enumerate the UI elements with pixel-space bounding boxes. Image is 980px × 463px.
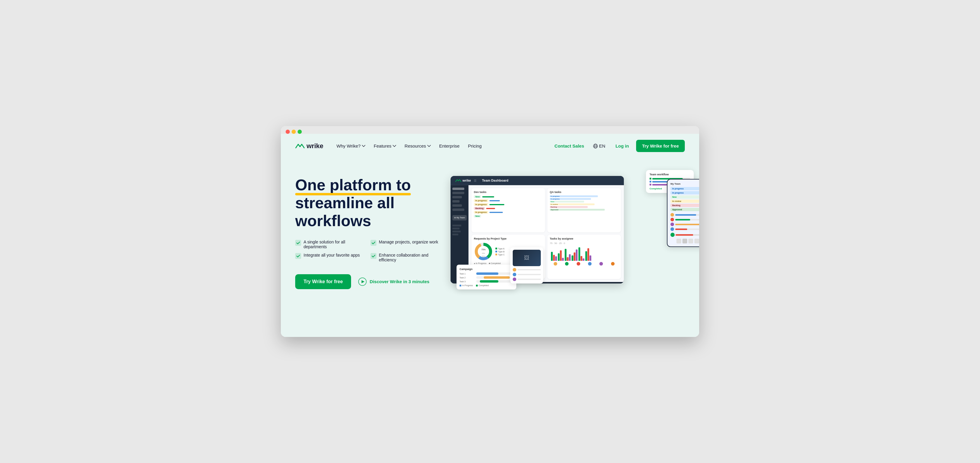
- nav-item-why-wrike[interactable]: Why Wrike?: [333, 141, 369, 151]
- check-icon: [295, 240, 301, 246]
- sidebar-item: [452, 196, 462, 198]
- mobile-nav-icon[interactable]: [694, 239, 699, 243]
- dash-logo: wrike: [455, 178, 471, 183]
- svg-text:31%: 31%: [482, 255, 485, 257]
- mobile-header: My Team ✕: [670, 183, 699, 185]
- nav-item-enterprise[interactable]: Enterprise: [436, 141, 463, 151]
- qa-tasks-list: In progress In progress New In review Ba…: [550, 195, 619, 211]
- photo-card: 🖼: [510, 247, 543, 283]
- chevron-down-icon: [393, 145, 396, 147]
- svg-text:75%: 75%: [481, 248, 485, 251]
- gantt-row: Task 2: [460, 276, 513, 279]
- wrike-logo-icon: [295, 143, 305, 150]
- hero-feature-1: A single solution for all departments: [295, 240, 363, 249]
- svg-rect-5: [295, 253, 301, 259]
- assignee-avatars: [550, 262, 619, 266]
- task-row: In progress: [474, 211, 542, 213]
- task-row: In progress: [474, 203, 542, 206]
- gantt-row: Task 1: [460, 272, 513, 275]
- gantt-card: Campaign Task 1 Task 2 Task: [457, 265, 516, 290]
- hero-feature-3: Integrate all your favorite apps: [295, 253, 363, 262]
- hero-left: One platform to streamline all workflows…: [295, 176, 439, 289]
- nav-cta-button[interactable]: Try Wrike for free: [636, 140, 685, 152]
- login-link[interactable]: Log in: [611, 141, 634, 151]
- browser-chrome: [281, 126, 699, 134]
- nav-item-pricing[interactable]: Pricing: [464, 141, 485, 151]
- task-row: New: [474, 215, 542, 218]
- contact-sales-link[interactable]: Contact Sales: [551, 141, 588, 151]
- task-row: New: [474, 195, 542, 198]
- traffic-lights: [286, 130, 302, 134]
- mobile-bottom-nav: [670, 239, 699, 243]
- hero-right: wrike ☰ Team Dashboard ⊕: [450, 170, 685, 296]
- mobile-nav-icon[interactable]: [682, 239, 687, 243]
- dash-title: Team Dashboard: [482, 179, 508, 182]
- sidebar-item: [452, 208, 464, 211]
- svg-rect-6: [371, 253, 377, 259]
- hero-title-line2: streamline all: [295, 194, 395, 212]
- nav-right: Contact Sales EN Log in Try Wrike for fr…: [551, 140, 685, 152]
- donut-legend: Type A Type B Type C: [495, 248, 504, 256]
- language-selector[interactable]: EN: [590, 141, 608, 151]
- sidebar-item: [452, 200, 460, 202]
- page-content: wrike Why Wrike? Features Resources Ente…: [281, 134, 699, 337]
- donut-chart: 75% 44% 31%: [474, 242, 493, 261]
- gantt-legend: In Progress Completed: [460, 284, 513, 286]
- globe-icon: [593, 144, 598, 148]
- mobile-people-list: [670, 213, 699, 231]
- minimize-button[interactable]: [292, 130, 296, 134]
- play-icon: [358, 277, 367, 286]
- browser-window: wrike Why Wrike? Features Resources Ente…: [281, 126, 699, 337]
- maximize-button[interactable]: [298, 130, 302, 134]
- tasks-assignee-panel: Tasks by assignee 75 · 50 · 25 · 0: [547, 235, 621, 279]
- mobile-person-detail: [670, 233, 699, 237]
- task-row: In progress: [474, 199, 542, 202]
- navbar: wrike Why Wrike? Features Resources Ente…: [281, 134, 699, 158]
- sidebar-item: [452, 188, 464, 190]
- bar-chart: [550, 246, 619, 261]
- hero-title-line3: workflows: [295, 212, 371, 229]
- dashboard-topbar: wrike ☰ Team Dashboard: [450, 176, 624, 185]
- hero-cta-button[interactable]: Try Wrike for free: [295, 274, 351, 289]
- logo[interactable]: wrike: [295, 142, 323, 150]
- dev-tasks-panel: Dev tasks New In progress: [471, 188, 545, 232]
- logo-text: wrike: [307, 142, 323, 150]
- gantt-row: Task 3: [460, 280, 513, 283]
- mobile-nav-icon[interactable]: [688, 239, 693, 243]
- nav-item-features[interactable]: Features: [370, 141, 400, 151]
- mobile-nav-icon[interactable]: [676, 239, 681, 243]
- sidebar-item: [452, 192, 464, 194]
- hero-title: One platform to streamline all workflows: [295, 176, 439, 230]
- video-link[interactable]: Discover Wrike in 3 minutes: [358, 277, 430, 286]
- svg-rect-4: [371, 240, 377, 246]
- check-icon: [371, 253, 377, 259]
- dash-logo-icon: [455, 178, 461, 183]
- hero-feature-2: Manage projects, organize work: [371, 240, 439, 249]
- chevron-down-icon: [362, 145, 366, 147]
- hero-actions: Try Wrike for free Discover Wrike in 3 m…: [295, 274, 439, 289]
- mobile-status-badges: In progress In progress New In review Ba…: [670, 187, 699, 211]
- hero-feature-4: Enhance collaboration and efficiency: [371, 253, 439, 262]
- mobile-card: My Team ✕ In progress In progress New In…: [667, 179, 699, 247]
- check-icon: [371, 240, 377, 246]
- sidebar-item: [452, 204, 462, 207]
- svg-rect-3: [295, 240, 301, 246]
- chevron-down-icon: [427, 145, 431, 147]
- nav-links: Why Wrike? Features Resources Enterprise…: [333, 141, 551, 151]
- sidebar-team-btn: ⊕ My Team: [452, 215, 467, 220]
- check-icon: [295, 253, 301, 259]
- dash-logo-text: wrike: [463, 179, 471, 182]
- nav-item-resources[interactable]: Resources: [401, 141, 434, 151]
- hero-features: A single solution for all departments Ma…: [295, 240, 439, 262]
- svg-text:44%: 44%: [482, 252, 485, 254]
- hero-section: One platform to streamline all workflows…: [281, 158, 699, 313]
- hero-title-line1: One platform to: [295, 176, 411, 194]
- task-row: Backlog: [474, 207, 542, 210]
- close-button[interactable]: [286, 130, 290, 134]
- qa-tasks-panel: QA tasks In progress In progress New In …: [547, 188, 621, 232]
